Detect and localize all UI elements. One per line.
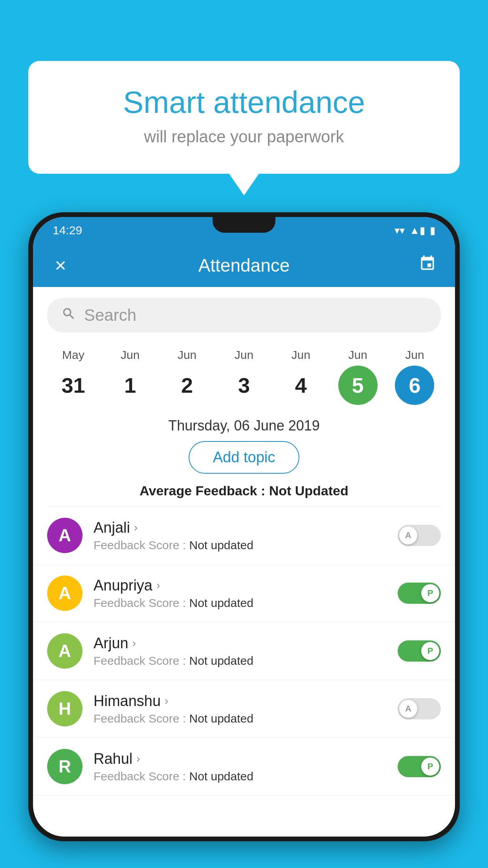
avg-feedback-value: Not Updated — [269, 483, 349, 498]
attendance-toggle-3[interactable]: A — [398, 698, 441, 719]
phone-screen: 14:29 ▾▾ ▲▮ ▮ × Attendance — [33, 217, 455, 837]
battery-icon: ▮ — [430, 224, 435, 237]
close-button[interactable]: × — [49, 254, 72, 277]
speech-bubble: Smart attendance will replace your paper… — [28, 61, 460, 174]
student-name-2: Arjun › — [94, 635, 387, 652]
speech-bubble-container: Smart attendance will replace your paper… — [28, 61, 460, 174]
cal-month: May — [62, 348, 84, 362]
chevron-icon: › — [136, 752, 140, 765]
cal-date: 2 — [167, 366, 207, 405]
student-avatar-2: A — [47, 633, 83, 669]
student-name-3: Himanshu › — [94, 693, 387, 710]
bubble-title: Smart attendance — [60, 85, 428, 120]
student-avatar-0: A — [47, 518, 83, 553]
student-name-4: Rahul › — [94, 750, 387, 767]
cal-date: 3 — [224, 366, 264, 405]
status-icons: ▾▾ ▲▮ ▮ — [394, 224, 435, 237]
student-avatar-4: R — [47, 749, 83, 784]
student-name-0: Anjali › — [94, 519, 387, 536]
toggle-knob-2: P — [421, 642, 439, 660]
chevron-icon: › — [156, 579, 160, 592]
content-area: Search May31Jun1Jun2Jun3Jun4Jun5Jun6 Thu… — [33, 287, 455, 796]
cal-month: Jun — [121, 348, 139, 362]
student-row-0[interactable]: AAnjali ›Feedback Score : Not updatedA — [33, 507, 455, 565]
calendar-strip: May31Jun1Jun2Jun3Jun4Jun5Jun6 — [33, 340, 455, 409]
cal-month: Jun — [405, 348, 424, 362]
phone-notch — [213, 217, 275, 233]
add-topic-button[interactable]: Add topic — [189, 441, 299, 474]
student-feedback-2: Feedback Score : Not updated — [94, 654, 387, 668]
toggle-knob-0: A — [399, 526, 417, 544]
app-bar-title: Attendance — [72, 255, 416, 276]
attendance-toggle-1[interactable]: P — [398, 583, 441, 604]
calendar-day-2[interactable]: Jun2 — [161, 348, 213, 405]
attendance-toggle-2[interactable]: P — [398, 640, 441, 662]
student-info-0: Anjali ›Feedback Score : Not updated — [94, 519, 387, 552]
chevron-icon: › — [132, 637, 136, 649]
student-avatar-1: A — [47, 576, 83, 611]
calendar-day-5[interactable]: Jun5 — [332, 348, 383, 405]
wifi-icon: ▾▾ — [394, 224, 405, 237]
student-row-3[interactable]: HHimanshu ›Feedback Score : Not updatedA — [33, 680, 455, 738]
app-bar: × Attendance — [33, 244, 455, 287]
calendar-day-6[interactable]: Jun6 — [389, 348, 440, 405]
signal-icon: ▲▮ — [409, 224, 425, 237]
student-feedback-0: Feedback Score : Not updated — [94, 539, 387, 552]
calendar-day-3[interactable]: Jun3 — [218, 348, 270, 405]
chevron-icon: › — [134, 521, 138, 534]
student-feedback-4: Feedback Score : Not updated — [94, 770, 387, 783]
student-info-1: Anupriya ›Feedback Score : Not updated — [94, 577, 387, 610]
attendance-toggle-0[interactable]: A — [398, 525, 441, 546]
toggle-knob-1: P — [421, 584, 439, 602]
toggle-knob-3: A — [399, 700, 417, 718]
student-feedback-1: Feedback Score : Not updated — [94, 596, 387, 610]
cal-date: 31 — [53, 366, 93, 405]
student-avatar-3: H — [47, 691, 83, 726]
student-feedback-3: Feedback Score : Not updated — [94, 712, 387, 725]
status-time: 14:29 — [53, 224, 82, 237]
calendar-day-1[interactable]: Jun1 — [105, 348, 156, 405]
calendar-icon[interactable] — [416, 255, 439, 276]
cal-date: 4 — [281, 366, 321, 405]
student-row-4[interactable]: RRahul ›Feedback Score : Not updatedP — [33, 738, 455, 796]
cal-month: Jun — [178, 348, 196, 362]
student-info-4: Rahul ›Feedback Score : Not updated — [94, 750, 387, 783]
search-placeholder: Search — [84, 306, 136, 325]
cal-month: Jun — [348, 348, 367, 362]
avg-feedback-label: Average Feedback : — [139, 483, 269, 498]
student-info-3: Himanshu ›Feedback Score : Not updated — [94, 693, 387, 725]
cal-date: 5 — [338, 366, 378, 405]
cal-date: 1 — [110, 366, 150, 405]
students-list: AAnjali ›Feedback Score : Not updatedAAA… — [33, 507, 455, 796]
cal-date: 6 — [395, 366, 434, 405]
chevron-icon: › — [165, 695, 168, 707]
cal-month: Jun — [292, 348, 310, 362]
student-row-1[interactable]: AAnupriya ›Feedback Score : Not updatedP — [33, 565, 455, 622]
calendar-day-0[interactable]: May31 — [48, 348, 99, 405]
toggle-knob-4: P — [421, 758, 439, 776]
phone-frame: 14:29 ▾▾ ▲▮ ▮ × Attendance — [28, 212, 460, 841]
calendar-day-4[interactable]: Jun4 — [275, 348, 327, 405]
attendance-toggle-4[interactable]: P — [398, 756, 441, 777]
student-row-2[interactable]: AArjun ›Feedback Score : Not updatedP — [33, 622, 455, 680]
search-bar[interactable]: Search — [47, 298, 441, 333]
cal-month: Jun — [235, 348, 253, 362]
avg-feedback: Average Feedback : Not Updated — [33, 483, 455, 506]
bubble-subtitle: will replace your paperwork — [60, 127, 428, 146]
student-name-1: Anupriya › — [94, 577, 387, 594]
search-icon — [61, 306, 76, 325]
student-info-2: Arjun ›Feedback Score : Not updated — [94, 635, 387, 668]
date-heading: Thursday, 06 June 2019 — [33, 409, 455, 441]
